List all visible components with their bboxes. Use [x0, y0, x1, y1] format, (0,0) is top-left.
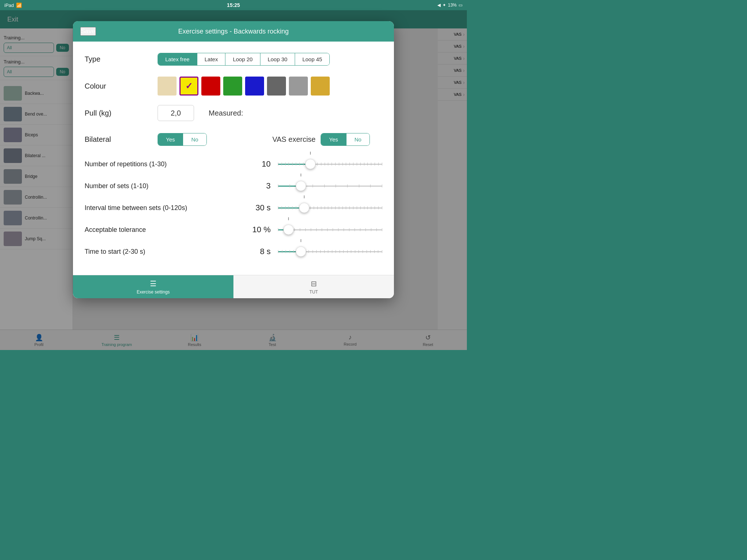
tolerance-row: Acceptable tolerance 10 % [85, 222, 382, 237]
bluetooth-icon: ✦ [442, 3, 446, 8]
time-to-start-marker [301, 239, 301, 242]
pull-label: Pull (kg) [85, 109, 158, 117]
status-time: 15:25 [227, 2, 240, 8]
modal-tab-tut-label: TUT [309, 289, 318, 295]
sets-row: Number of sets (1-10) 3 [85, 179, 382, 193]
interval-row: Interval time between sets (0-120s) 30 s [85, 201, 382, 215]
swatch-blue[interactable] [245, 77, 264, 96]
location-icon: ◀ [437, 3, 441, 8]
vas-yes-no: Yes No [321, 133, 370, 146]
interval-marker [304, 195, 304, 198]
status-right: ◀ ✦ 13% ▭ [437, 3, 462, 8]
repetitions-thumb[interactable] [305, 159, 316, 169]
battery-icon: ▭ [458, 3, 462, 8]
exercise-settings-modal: Save Exercise settings - Backwards rocki… [73, 21, 394, 298]
bilateral-no-btn[interactable]: No [183, 133, 206, 145]
time-to-start-row: Time to start (2-30 s) 8 s [85, 244, 382, 259]
swatch-light-gray[interactable] [289, 77, 308, 96]
bilateral-label: Bilateral [85, 135, 158, 144]
vas-no-btn[interactable]: No [347, 133, 369, 145]
type-buttons-container: Latex free Latex Loop 20 Loop 30 Loop 45 [158, 53, 382, 66]
repetitions-marker [310, 152, 310, 155]
interval-label: Interval time between sets (0-120s) [85, 204, 238, 212]
sets-thumb[interactable] [296, 181, 306, 191]
bilateral-row: Bilateral Yes No VAS exercise Yes No [85, 131, 382, 148]
modal-tab-exercise-settings[interactable]: ☰ Exercise settings [73, 275, 233, 298]
time-to-start-label: Time to start (2-30 s) [85, 248, 238, 256]
wifi-icon: 📶 [16, 3, 22, 8]
save-button[interactable]: Save [80, 27, 96, 36]
time-to-start-slider[interactable] [278, 244, 382, 259]
time-to-start-value: 8 s [245, 247, 271, 256]
tolerance-slider[interactable] [278, 222, 382, 237]
swatch-beige[interactable] [158, 77, 177, 96]
pull-row: Pull (kg) Measured: [85, 104, 382, 122]
swatch-red[interactable] [201, 77, 220, 96]
modal-body: Type Latex free Latex Loop 20 Loop 30 Lo… [73, 42, 394, 275]
tolerance-value: 10 % [245, 225, 271, 234]
type-button-group: Latex free Latex Loop 20 Loop 30 Loop 45 [158, 53, 330, 66]
repetitions-row: Number of repetitions (1-30) 10 [85, 157, 382, 171]
status-bar: iPad 📶 15:25 ◀ ✦ 13% ▭ [0, 0, 467, 10]
bilateral-content: Yes No VAS exercise Yes No [158, 133, 382, 146]
sets-marker [301, 174, 301, 176]
tolerance-marker [288, 217, 289, 220]
tolerance-thumb[interactable] [283, 225, 294, 235]
exercise-settings-icon: ☰ [150, 279, 156, 288]
type-label: Type [85, 55, 158, 63]
status-left: iPad 📶 [4, 3, 22, 8]
colour-label: Colour [85, 82, 158, 90]
repetitions-slider[interactable] [278, 157, 382, 171]
swatch-green[interactable] [223, 77, 242, 96]
sets-label: Number of sets (1-10) [85, 182, 238, 190]
colour-row: Colour ✓ [85, 77, 382, 96]
swatch-gold[interactable] [311, 77, 330, 96]
modal-tab-tut[interactable]: ⊟ TUT [233, 275, 394, 298]
pull-content: Measured: [158, 105, 382, 121]
modal-tab-exercise-settings-label: Exercise settings [137, 289, 170, 295]
modal-header: Save Exercise settings - Backwards rocki… [73, 21, 394, 42]
type-btn-latex-free[interactable]: Latex free [158, 53, 197, 65]
swatch-check-icon: ✓ [185, 81, 193, 91]
interval-thumb[interactable] [299, 203, 309, 213]
colour-swatches-container: ✓ [158, 77, 382, 96]
swatch-yellow[interactable]: ✓ [179, 77, 198, 96]
type-btn-loop45[interactable]: Loop 45 [295, 53, 329, 65]
interval-slider[interactable] [278, 201, 382, 215]
type-btn-loop20[interactable]: Loop 20 [225, 53, 260, 65]
swatch-dark-gray[interactable] [267, 77, 286, 96]
repetitions-value: 10 [245, 159, 271, 169]
pull-input[interactable] [158, 105, 194, 121]
modal-bottom-tabs: ☰ Exercise settings ⊟ TUT [73, 275, 394, 298]
sets-slider[interactable] [278, 179, 382, 193]
tolerance-label: Acceptable tolerance [85, 226, 238, 234]
vas-yes-btn[interactable]: Yes [321, 133, 346, 145]
modal-title: Exercise settings - Backwards rocking [178, 28, 289, 35]
type-btn-latex[interactable]: Latex [197, 53, 226, 65]
bilateral-yes-no: Yes No [158, 133, 207, 146]
measured-label: Measured: [209, 109, 243, 117]
vas-exercise-label: VAS exercise [272, 135, 316, 144]
interval-value: 30 s [245, 203, 271, 213]
device-label: iPad [4, 3, 14, 8]
tolerance-track-bg [278, 229, 382, 230]
sets-value: 3 [245, 181, 271, 191]
modal-overlay: Save Exercise settings - Backwards rocki… [0, 10, 467, 350]
repetitions-label: Number of repetitions (1-30) [85, 160, 238, 168]
battery-label: 13% [448, 3, 457, 8]
bilateral-yes-btn[interactable]: Yes [158, 133, 183, 145]
type-btn-loop30[interactable]: Loop 30 [260, 53, 295, 65]
tut-icon: ⊟ [311, 279, 317, 288]
time-to-start-thumb[interactable] [296, 246, 306, 257]
colour-swatches: ✓ [158, 77, 330, 96]
type-row: Type Latex free Latex Loop 20 Loop 30 Lo… [85, 50, 382, 68]
